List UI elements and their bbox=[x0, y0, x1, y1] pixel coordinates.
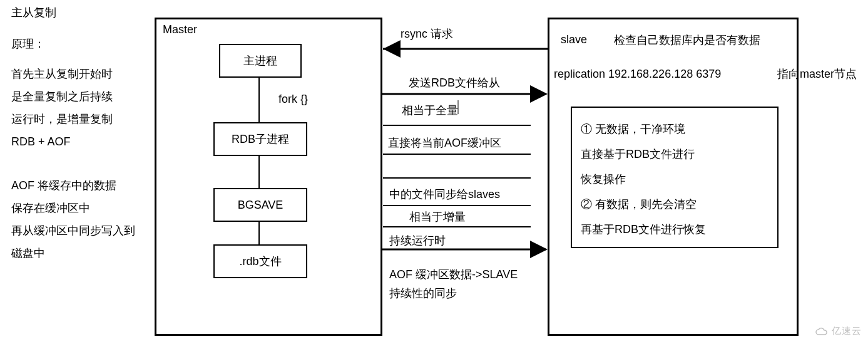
cloud-icon bbox=[814, 326, 829, 336]
diagram-canvas: 主从复制 原理： 首先主从复制开始时 是全量复制之后持续 运行时，是增量复制 R… bbox=[0, 0, 868, 339]
arrow-increq-label: 相当于增量 bbox=[409, 211, 466, 224]
master-label: Master bbox=[163, 23, 197, 36]
left-para1-l4: RDB + AOF bbox=[11, 130, 113, 153]
slave-inner-l5: 再基于RDB文件进行恢复 bbox=[581, 217, 706, 242]
left-para1-l2: 是全量复制之后持续 bbox=[11, 85, 113, 108]
arrow-fulleq-label: 相当于全量 bbox=[402, 104, 458, 118]
left-para1: 首先主从复制开始时 是全量复制之后持续 运行时，是增量复制 RDB + AOF bbox=[11, 63, 113, 153]
left-para2-l4: 磁盘中 bbox=[11, 242, 135, 264]
rdbfile-box: .rdb文件 bbox=[213, 244, 307, 278]
left-para1-l3: 运行时，是增量复制 bbox=[11, 108, 113, 130]
left-para2-l3: 再从缓冲区中同步写入到 bbox=[11, 219, 135, 242]
principle-label: 原理： bbox=[11, 38, 45, 51]
left-para2-l1: AOF 将缓存中的数据 bbox=[11, 174, 135, 197]
arrow-sendrdb-label: 发送RDB文件给从 bbox=[409, 76, 500, 90]
arrow-aoftoslave-l2: 持续性的同步 bbox=[389, 287, 457, 301]
left-para2: AOF 将缓存中的数据 保存在缓冲区中 再从缓冲区中同步写入到 磁盘中 bbox=[11, 174, 135, 264]
title: 主从复制 bbox=[11, 6, 56, 20]
svg-marker-6 bbox=[530, 85, 548, 103]
slave-inner-l4: ② 有数据，则先会清空 bbox=[581, 192, 706, 217]
slave-point-master: 指向master节点 bbox=[777, 68, 857, 81]
slave-label: slave bbox=[561, 33, 587, 46]
watermark-text: 亿速云 bbox=[832, 325, 862, 337]
fork-label: fork {} bbox=[278, 93, 308, 107]
slave-replication: replication 192.168.226.128 6379 bbox=[554, 68, 721, 81]
left-para1-l1: 首先主从复制开始时 bbox=[11, 63, 113, 85]
arrow-keeprun-label: 持续运行时 bbox=[389, 234, 446, 248]
arrow-rsync-label: rsync 请求 bbox=[401, 28, 453, 41]
bgsave-box: BGSAVE bbox=[213, 188, 307, 222]
arrow-syncslaves-label: 中的文件同步给slaves bbox=[389, 188, 500, 202]
slave-inner-l3: 恢复操作 bbox=[581, 167, 706, 192]
svg-marker-4 bbox=[383, 40, 401, 58]
slave-inner-l2: 直接基于RDB文件进行 bbox=[581, 142, 706, 167]
left-para2-l2: 保存在缓冲区中 bbox=[11, 197, 135, 219]
arrow-aofbuf-label: 直接将当前AOF缓冲区 bbox=[388, 137, 501, 150]
watermark: 亿速云 bbox=[814, 325, 862, 337]
svg-marker-10 bbox=[530, 241, 548, 258]
slave-check: 检查自己数据库内是否有数据 bbox=[614, 34, 760, 48]
main-process-box: 主进程 bbox=[219, 44, 302, 78]
rdb-child-box: RDB子进程 bbox=[213, 122, 307, 156]
slave-inner-box: ① 无数据，干净环境 直接基于RDB文件进行 恢复操作 ② 有数据，则先会清空 … bbox=[571, 107, 779, 248]
slave-inner-l1: ① 无数据，干净环境 bbox=[581, 117, 706, 142]
arrow-aoftoslave-l1: AOF 缓冲区数据->SLAVE bbox=[389, 268, 518, 282]
